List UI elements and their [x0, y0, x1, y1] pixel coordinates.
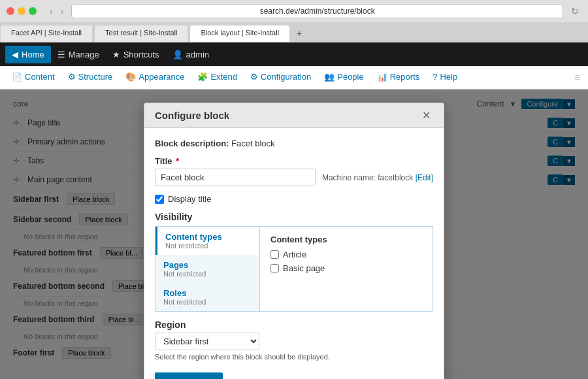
home-icon: ◀ [12, 50, 18, 59]
visibility-tabs: Content types Not restricted Pages Not r… [155, 226, 433, 312]
nav-appearance[interactable]: 🎨 Appearance [119, 68, 191, 87]
nav-extend[interactable]: 🧩 Extend [191, 68, 243, 87]
nav-divider: ≡ [572, 72, 583, 84]
browser-chrome: ‹ › search.dev/admin/structure/block ↻ F… [0, 0, 588, 42]
minimize-window-button[interactable] [18, 7, 25, 15]
block-description: Block description: Facet block [155, 139, 433, 148]
home-label: Home [22, 50, 44, 59]
display-title-label: Display title [168, 194, 211, 204]
modal-close-button[interactable]: ✕ [419, 110, 433, 121]
machine-name-edit-link[interactable]: [Edit] [416, 173, 433, 182]
region-help: Select the region where this block shoul… [155, 353, 433, 361]
modal-body: Block description: Facet block Title * M… [144, 128, 444, 379]
article-option: Article [270, 250, 422, 259]
secondary-nav: 📄 Content ⚙ Structure 🎨 Appearance 🧩 Ext… [0, 66, 588, 90]
region-section: Region Sidebar first Sidebar second Cont… [155, 320, 433, 361]
article-label: Article [283, 250, 306, 259]
browser-nav: ‹ › [47, 5, 66, 18]
reload-button[interactable]: ↻ [568, 5, 581, 18]
people-icon: 👥 [324, 72, 335, 82]
star-icon: ★ [112, 50, 120, 59]
nav-configuration[interactable]: ⚙ Configuration [244, 68, 318, 87]
add-tab-button[interactable]: + [291, 25, 307, 42]
visibility-label: Visibility [155, 212, 433, 222]
machine-name: Machine name: facetblock [Edit] [322, 173, 433, 182]
modal-header: Configure block ✕ [144, 103, 444, 128]
address-bar[interactable]: search.dev/admin/structure/block [71, 4, 563, 18]
modal-overlay: Configure block ✕ Block description: Fac… [0, 90, 588, 379]
shortcuts-label: Shortcuts [123, 50, 159, 59]
admin-toolbar: ◀ Home ☰ Manage ★ Shortcuts 👤 admin [0, 42, 588, 66]
article-checkbox[interactable] [270, 250, 279, 259]
vis-tab-content-types-title: Content types [165, 232, 252, 242]
title-input[interactable] [155, 169, 316, 186]
block-desc-value: Facet block [231, 139, 274, 148]
appearance-icon: 🎨 [125, 72, 136, 82]
vis-tab-pages[interactable]: Pages Not restricted [155, 255, 259, 283]
region-select[interactable]: Sidebar first Sidebar second Content Hea… [155, 333, 259, 350]
vis-tab-list: Content types Not restricted Pages Not r… [155, 227, 260, 311]
basic-page-label: Basic page [283, 263, 325, 273]
modal-title: Configure block [155, 110, 229, 121]
vis-content-title: Content types [270, 235, 422, 244]
nav-reports[interactable]: 📊 Reports [370, 68, 427, 87]
nav-structure[interactable]: ⚙ Structure [61, 68, 120, 87]
required-indicator: * [176, 156, 179, 166]
vis-tab-pages-sub: Not restricted [163, 270, 252, 278]
basic-page-checkbox[interactable] [270, 264, 279, 272]
browser-titlebar: ‹ › search.dev/admin/structure/block ↻ [0, 0, 588, 22]
toolbar-home[interactable]: ◀ Home [5, 46, 51, 63]
region-label: Region [155, 320, 433, 330]
region-select-row: Sidebar first Sidebar second Content Hea… [155, 333, 433, 350]
nav-people[interactable]: 👥 People [318, 68, 370, 87]
tab-block-layout[interactable]: Block layout | Site-Install [189, 25, 290, 42]
main-area: core Content ▼ Configure ▼ ✛ Page title … [0, 90, 588, 379]
maximize-window-button[interactable] [29, 7, 37, 15]
title-input-row: Machine name: facetblock [Edit] [155, 169, 433, 186]
display-title-row: Display title [155, 194, 433, 204]
vis-tab-content-types-sub: Not restricted [165, 242, 252, 250]
manage-label: Manage [69, 50, 99, 59]
window-buttons [7, 7, 37, 15]
menu-icon: ☰ [57, 50, 65, 59]
content-icon: 📄 [12, 72, 22, 82]
vis-tab-content-types[interactable]: Content types Not restricted [155, 227, 259, 255]
toolbar-manage[interactable]: ☰ Manage [51, 46, 106, 63]
nav-help[interactable]: ? Help [426, 68, 464, 87]
vis-tab-roles[interactable]: Roles Not restricted [155, 283, 259, 311]
configure-block-modal: Configure block ✕ Block description: Fac… [144, 103, 444, 379]
back-button[interactable]: ‹ [47, 5, 56, 18]
reports-icon: 📊 [377, 72, 387, 82]
forward-button[interactable]: › [58, 5, 67, 18]
block-desc-label: Block description: [155, 139, 229, 148]
vis-tab-pages-title: Pages [163, 260, 252, 270]
close-window-button[interactable] [7, 7, 14, 15]
tab-test-result[interactable]: Test result | Site-Install [94, 25, 188, 42]
display-title-checkbox[interactable] [155, 195, 164, 204]
browser-tabs: Facet API | Site-Install Test result | S… [0, 22, 588, 42]
basic-page-option: Basic page [270, 263, 422, 273]
structure-icon: ⚙ [68, 72, 76, 82]
config-icon: ⚙ [250, 72, 258, 82]
extend-icon: 🧩 [197, 72, 208, 82]
tab-facet-api[interactable]: Facet API | Site-Install [0, 25, 93, 42]
save-block-button[interactable]: Save block [155, 372, 223, 379]
admin-label: admin [186, 50, 209, 59]
vis-content-panel: Content types Article Basic page [260, 227, 433, 311]
nav-content[interactable]: 📄 Content [5, 68, 61, 87]
help-icon: ? [433, 72, 437, 82]
vis-tab-roles-title: Roles [163, 288, 252, 298]
title-form-group: Title * Machine name: facetblock [Edit] [155, 156, 433, 186]
vis-tab-roles-sub: Not restricted [163, 298, 252, 306]
toolbar-admin[interactable]: 👤 admin [166, 46, 216, 63]
title-label: Title * [155, 156, 433, 166]
toolbar-shortcuts[interactable]: ★ Shortcuts [106, 46, 166, 63]
user-icon: 👤 [172, 50, 183, 59]
visibility-section: Visibility Content types Not restricted … [155, 212, 433, 312]
